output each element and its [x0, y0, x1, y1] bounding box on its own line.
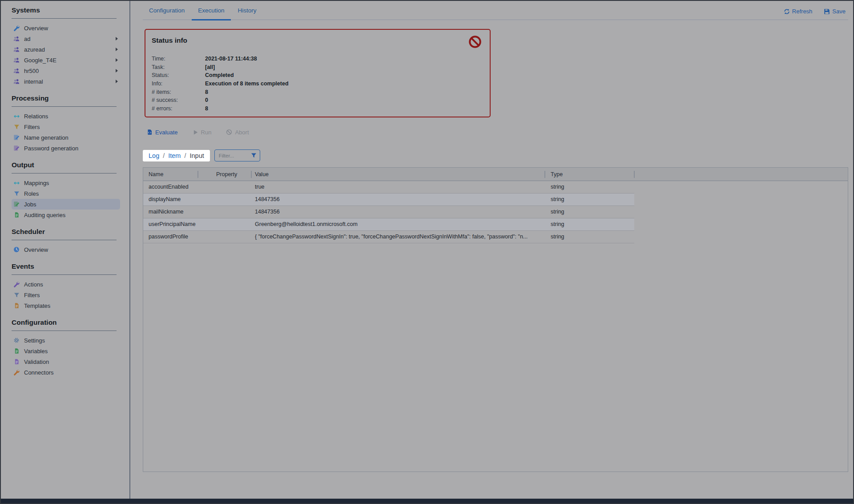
view-link-log[interactable]: Log: [149, 152, 159, 159]
sidebar-item-label: Connectors: [24, 369, 53, 376]
status-field-value: Completed: [205, 72, 234, 78]
table-row-accountenabled: accountEnabledtruestring: [143, 181, 634, 194]
sidebar-item-filters[interactable]: Filters: [12, 121, 120, 132]
sidebar-item-jobs[interactable]: Jobs: [12, 199, 120, 210]
expand-arrow-icon: [116, 69, 118, 73]
table-row-passwordprofile: passwordProfile{ "forceChangePasswordNex…: [143, 231, 634, 243]
sidebar-item-label: azuread: [24, 46, 45, 53]
filter-funnel-icon: [251, 153, 257, 158]
abort-button[interactable]: Abort: [226, 129, 249, 136]
users-icon: [13, 35, 20, 42]
doc-icon: [13, 347, 20, 355]
sidebar-section-events: ActionsFiltersTemplates: [12, 279, 129, 311]
sidebar-section-title-events: Events: [12, 262, 117, 275]
table-header: NamePropertyValueType: [143, 168, 848, 181]
tab-configuration[interactable]: Configuration: [148, 3, 185, 20]
sidebar-item-label: Mappings: [24, 180, 49, 186]
sidebar-section-title-output: Output: [12, 161, 117, 173]
sidebar-item-overview[interactable]: Overview: [12, 23, 120, 33]
view-row: Log/Item/Input: [143, 149, 848, 162]
sidebar-item-relations[interactable]: Relations: [12, 111, 120, 121]
status-field-status: Status:Completed: [152, 71, 483, 80]
filter-box: [214, 149, 260, 161]
view-link-input[interactable]: Input: [189, 152, 204, 159]
run-button[interactable]: Run: [193, 129, 212, 136]
run-label: Run: [201, 129, 212, 136]
sidebar-item-label: ad: [24, 36, 30, 42]
app-window: SystemsOverviewadazureadGoogle_T4Ehr500i…: [1, 1, 853, 500]
view-link-item[interactable]: Item: [168, 152, 181, 159]
cell-value: Greenberg@helloidtest1.onmicrosoft.com: [255, 218, 358, 230]
column-divider: [197, 171, 198, 178]
status-field-label: # success:: [152, 97, 205, 103]
double-arrow-icon: [13, 113, 20, 120]
sidebar-item-validation[interactable]: Validation: [12, 356, 120, 367]
sidebar-item-templates[interactable]: Templates: [12, 300, 120, 311]
sidebar-item-label: Variables: [24, 348, 48, 355]
sidebar-item-actions[interactable]: Actions: [12, 279, 120, 290]
top-actions: RefreshSave: [784, 8, 847, 20]
cell-name: userPrincipalName: [149, 218, 196, 230]
abort-label: Abort: [235, 129, 249, 136]
sidebar-item-overview[interactable]: Overview: [12, 244, 120, 255]
status-field-errors: # errors:8: [152, 105, 483, 113]
sidebar-section-title-scheduler: Scheduler: [12, 228, 117, 240]
sidebar-section-processing: RelationsFiltersName generationPassword …: [12, 111, 129, 153]
expand-arrow-icon: [116, 80, 118, 83]
expand-arrow-icon: [116, 58, 118, 62]
column-divider: [544, 171, 545, 178]
sidebar-item-variables[interactable]: Variables: [12, 346, 120, 356]
sidebar-item-label: Overview: [24, 25, 48, 32]
doc-icon: [13, 358, 20, 365]
table-body: accountEnabledtruestringdisplayName14847…: [143, 181, 848, 243]
column-header-property: Property: [216, 168, 237, 181]
sidebar-item-label: Password generation: [24, 145, 78, 152]
sidebar-item-password-generation[interactable]: Password generation: [12, 143, 120, 153]
table-row-userprincipalname: userPrincipalNameGreenberg@helloidtest1.…: [143, 218, 634, 231]
status-field-value: 0: [205, 97, 208, 103]
sidebar-item-label: Google_T4E: [24, 57, 56, 64]
sidebar-item-auditing-queries[interactable]: Auditing queries: [12, 210, 120, 220]
expand-arrow-icon: [116, 37, 118, 40]
sidebar-item-label: Actions: [24, 281, 43, 288]
refresh-button[interactable]: Refresh: [784, 8, 813, 15]
execution-actions: EvaluateRunAbort: [147, 128, 848, 137]
sidebar-item-internal[interactable]: internal: [12, 76, 120, 87]
sidebar-item-filters[interactable]: Filters: [12, 290, 120, 300]
tab-execution[interactable]: Execution: [197, 3, 225, 20]
bottom-bar: [1, 499, 853, 503]
sidebar-item-hr500[interactable]: hr500: [12, 65, 120, 76]
funnel-icon: [13, 291, 20, 298]
sidebar-item-connectors[interactable]: Connectors: [12, 367, 120, 378]
save-label: Save: [832, 8, 846, 15]
sidebar-item-settings[interactable]: Settings: [12, 335, 120, 346]
sidebar-item-ad[interactable]: ad: [12, 33, 120, 44]
evaluate-button[interactable]: Evaluate: [147, 129, 178, 136]
users-icon: [13, 46, 20, 53]
status-field-label: # items:: [152, 89, 205, 95]
cell-name: passwordProfile: [149, 231, 188, 243]
filter-input[interactable]: [218, 153, 246, 159]
funnel-icon: [13, 123, 20, 130]
sidebar-item-name-generation[interactable]: Name generation: [12, 132, 120, 143]
expand-arrow-icon: [116, 48, 118, 51]
tabs: ConfigurationExecutionHistory: [148, 3, 258, 20]
funnel-icon: [13, 190, 20, 197]
cell-type: string: [551, 231, 564, 243]
tab-bar: ConfigurationExecutionHistory RefreshSav…: [143, 1, 848, 20]
status-field-info: Info:Execution of 8 items completed: [152, 80, 483, 88]
evaluate-label: Evaluate: [155, 129, 178, 136]
column-header-name: Name: [149, 168, 163, 181]
tab-history[interactable]: History: [237, 3, 258, 20]
sidebar-item-google-t4e[interactable]: Google_T4E: [12, 55, 120, 65]
edit-doc-icon: [13, 134, 20, 141]
view-switcher: Log/Item/Input: [143, 150, 210, 161]
cell-name: mailNickname: [149, 206, 184, 218]
status-field-success: # success:0: [152, 96, 483, 105]
sidebar-section-scheduler: Overview: [12, 244, 129, 255]
save-button[interactable]: Save: [824, 8, 846, 15]
sidebar-item-mappings[interactable]: Mappings: [12, 177, 120, 188]
sidebar-item-roles[interactable]: Roles: [12, 188, 120, 199]
sidebar-item-azuread[interactable]: azuread: [12, 44, 120, 55]
sidebar-item-label: internal: [24, 78, 43, 85]
